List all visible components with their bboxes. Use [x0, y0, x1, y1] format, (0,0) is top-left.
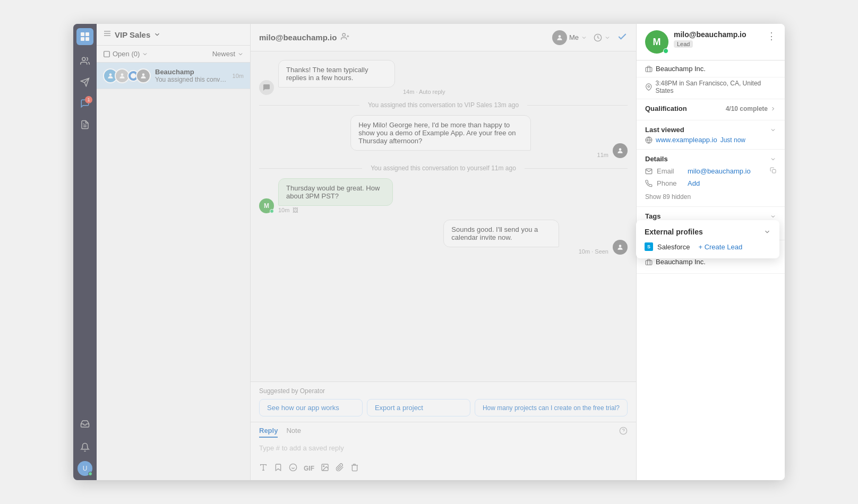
main-nav: 1 U	[73, 24, 97, 480]
suggested-bar: Suggested by Operator See how our app wo…	[251, 381, 636, 422]
sidebar-item-bell[interactable]	[75, 438, 95, 457]
text-format-icon[interactable]	[259, 463, 268, 474]
resolve-button[interactable]	[617, 31, 628, 44]
tab-reply[interactable]: Reply	[259, 427, 278, 438]
svg-point-13	[109, 73, 112, 76]
online-dot	[88, 472, 92, 476]
rs-lead-badge: Lead	[674, 40, 693, 48]
svg-rect-1	[85, 32, 89, 36]
rs-tags-header[interactable]: Tags	[645, 212, 776, 220]
svg-point-28	[289, 464, 296, 471]
assignee-avatar	[552, 30, 567, 45]
rs-last-viewed: Last viewed www.exampleapp.io Just now	[637, 120, 785, 150]
conv-time: 10m	[233, 73, 244, 79]
add-phone[interactable]: Add	[688, 179, 700, 187]
rs-location: 3:48PM in San Francisco, CA, United Stat…	[637, 77, 785, 99]
app-logo[interactable]	[76, 28, 93, 45]
conversation-list-panel: VIP Sales Open (0) Newest	[97, 24, 251, 480]
assignee-button[interactable]: Me	[552, 30, 587, 45]
milo-avatar: M	[259, 198, 274, 213]
conv-avatar-3	[136, 68, 151, 83]
salesforce-icon: S	[645, 242, 653, 251]
milo-message-bubble: Thursday would be great. How about 3PM P…	[278, 178, 393, 206]
svg-point-32	[323, 466, 324, 467]
image-attach-icon[interactable]	[321, 463, 329, 474]
chat-messages: Thanks! The team typically replies in a …	[251, 51, 636, 381]
ext-profiles-collapse-icon[interactable]	[763, 228, 771, 236]
bookmark-icon[interactable]	[274, 463, 282, 474]
rs-last-viewed-header[interactable]: Last viewed	[645, 126, 776, 134]
rs-details-header[interactable]: Details	[645, 155, 776, 163]
sidebar-item-chat[interactable]: 1	[75, 94, 95, 113]
agent-message-content-1: Hey Milo! George here, I'd be more than …	[350, 115, 608, 158]
inbox-title: VIP Sales	[115, 30, 161, 39]
svg-rect-3	[85, 37, 89, 41]
status-filter[interactable]: Open (0)	[103, 50, 148, 58]
conv-avatars	[103, 68, 151, 83]
snoozed-button[interactable]	[594, 33, 611, 42]
sidebar-item-contacts[interactable]	[75, 51, 95, 71]
bot-message-content: Thanks! The team typically replies in a …	[278, 60, 445, 95]
delete-icon[interactable]	[350, 463, 359, 474]
svg-point-17	[342, 33, 345, 36]
svg-point-4	[82, 57, 85, 60]
conv-name: Beauchamp	[155, 68, 228, 76]
reply-area: Reply Note Type # to add a saved reply	[251, 422, 636, 480]
attachment-icon[interactable]	[336, 463, 344, 474]
milo-online-dot	[270, 209, 274, 213]
milo-message-meta: 10m 🖼	[278, 207, 442, 213]
rs-last-viewed-item: www.exampleapp.io Just now	[645, 136, 776, 144]
create-lead-button[interactable]: + Create Lead	[698, 243, 742, 251]
message-milo-1: M Thursday would be great. How about 3PM…	[259, 178, 628, 213]
chat-area: milo@beauchamp.io Me	[251, 24, 636, 480]
conv-list-header: VIP Sales	[97, 24, 250, 46]
chat-header-contact: milo@beauchamp.io	[259, 32, 349, 42]
ext-profiles-header: External profiles	[645, 228, 771, 236]
rs-show-hidden: Show 89 hidden	[645, 192, 776, 201]
sidebar-item-inbox[interactable]	[75, 414, 95, 433]
rs-qualification-header[interactable]: Qualification 4/10 complete	[645, 105, 776, 112]
rs-avatar: M	[645, 30, 668, 54]
copy-email-icon[interactable]	[770, 167, 776, 175]
user-avatar-nav[interactable]: U	[78, 461, 92, 476]
rs-email-row: Email milo@beauchamp.io	[645, 165, 776, 177]
reply-tabs: Reply Note	[259, 427, 628, 438]
rs-user-info: milo@beauchamp.io Lead	[674, 30, 767, 48]
gif-icon[interactable]: GIF	[304, 465, 314, 472]
email-value[interactable]: milo@beauchamp.io	[688, 167, 751, 175]
bot-message-time: 14m · Auto reply	[278, 89, 445, 95]
conv-filter-bar: Open (0) Newest	[97, 46, 250, 63]
suggested-reply-1[interactable]: See how our app works	[259, 399, 363, 416]
add-contact-icon[interactable]	[341, 32, 349, 42]
agent-avatar-2	[613, 240, 628, 255]
system-message-1: You assigned this conversation to VIP Sa…	[259, 101, 628, 109]
system-message-2: You assigned this conversation to yourse…	[259, 164, 628, 172]
conv-preview: You assigned this conversation to You	[155, 76, 228, 83]
rs-company: Beauchamp Inc.	[637, 60, 785, 77]
sidebar-item-reports[interactable]	[75, 115, 95, 134]
rs-phone-row: Phone Add	[645, 177, 776, 189]
chat-header: milo@beauchamp.io Me	[251, 24, 636, 51]
emoji-icon[interactable]	[289, 463, 297, 474]
rs-more-button[interactable]: ⋮	[767, 30, 776, 42]
suggested-reply-2[interactable]: Export a project	[367, 399, 470, 416]
tab-note[interactable]: Note	[286, 427, 301, 438]
svg-point-14	[121, 73, 124, 76]
suggested-reply-3[interactable]: How many projects can I create on the fr…	[475, 399, 628, 416]
agent-message-time-2: 10m · Seen	[443, 248, 608, 255]
show-hidden-text[interactable]: Show 89 hidden	[645, 193, 691, 201]
conversation-item[interactable]: Beauchamp You assigned this conversation…	[97, 63, 250, 89]
last-viewed-url[interactable]: www.exampleapp.io	[656, 136, 717, 144]
help-icon[interactable]	[619, 427, 628, 438]
sidebar-item-send[interactable]	[75, 73, 95, 92]
svg-point-23	[619, 245, 622, 247]
svg-rect-12	[104, 51, 110, 57]
chat-header-actions: Me	[552, 30, 628, 45]
sort-filter[interactable]: Newest	[212, 50, 244, 58]
menu-icon[interactable]	[103, 29, 111, 40]
agent-avatar-1	[613, 143, 628, 158]
svg-rect-33	[646, 67, 652, 72]
reply-input[interactable]: Type # to add a saved reply	[259, 442, 628, 459]
svg-rect-38	[646, 260, 652, 265]
svg-rect-2	[81, 37, 84, 41]
